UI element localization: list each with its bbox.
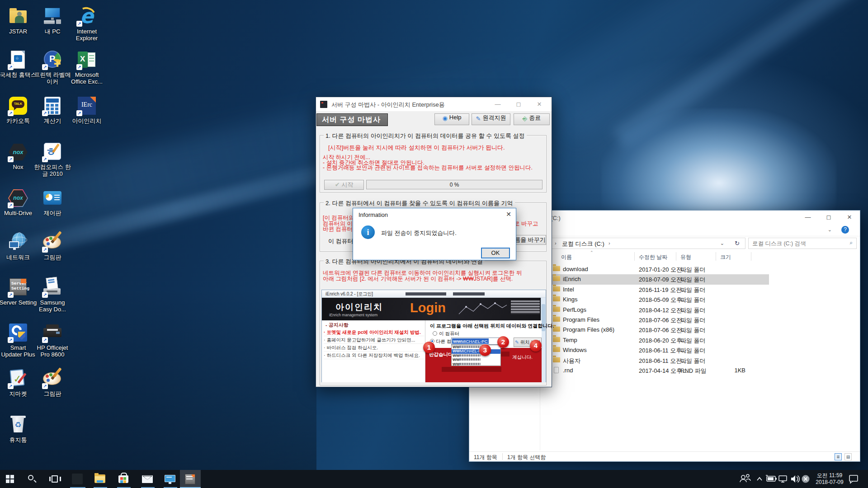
desktop-icon-calculator[interactable]: ↗ 계산기 <box>33 96 71 124</box>
desktop-icon-network[interactable]: 네트워크 <box>0 232 37 261</box>
close-icon[interactable]: ✕ <box>506 211 511 218</box>
status-bar: 11개 항목 1개 항목 선택함 ≣ ▤ <box>469 451 860 461</box>
desktop-icon-recycle-bin[interactable]: ♻ 휴지통 <box>0 415 37 443</box>
taskbar-app-blue[interactable] <box>160 470 180 488</box>
file-row[interactable]: Intel 2016-11-19 오전... 파일 폴더 <box>551 285 769 295</box>
desktop-icon-internet-explorer[interactable]: e↗ Internet Explorer <box>68 6 106 42</box>
ribbon-expand-icon[interactable]: ⌄ <box>828 227 832 233</box>
details-view-icon[interactable]: ≣ <box>835 453 842 460</box>
file-name: iEnrich <box>563 276 581 282</box>
desktop-icon-label: 지마켓 <box>0 390 37 397</box>
desktop-icon-label: Multi-Drive <box>0 210 37 216</box>
desktop-icon-control-panel[interactable]: 제어판 <box>33 188 71 216</box>
file-list: download 2017-01-20 오전... 파일 폴더 iEnrich … <box>551 264 769 375</box>
minimize-button[interactable]: — <box>797 211 818 224</box>
action-center-icon[interactable] <box>847 470 860 488</box>
desktop-icon-paint[interactable]: ↗ 그림판 <box>33 232 71 261</box>
progress-bar: 0 % <box>366 180 542 189</box>
desktop-icon-label: 카카오톡 <box>0 117 37 124</box>
search-icon[interactable]: ⌕ <box>849 239 853 246</box>
desktop-icon-hometax[interactable]: ↗ 국세청 홈택스 <box>0 50 37 78</box>
file-date: 2018-07-09 오전... <box>639 276 687 284</box>
file-row[interactable]: Temp 2018-06-20 오후... 파일 폴더 <box>551 335 769 345</box>
thumbnail-view-icon[interactable]: ▤ <box>844 453 852 460</box>
windows-logo-icon <box>6 475 14 483</box>
desktop-icon-multi-drive[interactable]: nox↗ Multi-Drive <box>0 188 37 216</box>
close-button[interactable]: ✕ <box>839 211 860 224</box>
desktop-icon-printec[interactable]: ↗ 프린텍 라벨메이커 <box>33 50 71 85</box>
desktop-icon-samsung-easy[interactable]: ↗ Samsung Easy Do... <box>33 277 71 313</box>
folder-icon <box>553 316 560 322</box>
step-balloon-1: 1 <box>423 342 435 353</box>
desktop-icon-label: 프린텍 라벨메이커 <box>33 71 71 85</box>
desktop-icon-excel[interactable]: ↗ Microsoft Office Exc... <box>68 50 106 85</box>
desktop-icon-smart-updater[interactable]: ↗ Smart Updater Plus <box>0 323 37 358</box>
wizard-titlebar: 서버 구성 마법사 - 아이인리치 Enterprise용 — ◻ ✕ <box>316 97 552 111</box>
taskbar-server-setting-active[interactable] <box>180 470 201 488</box>
tray-battery-icon[interactable] <box>765 470 778 488</box>
desktop-icon-label: 그림판 <box>33 390 71 397</box>
tray-ime-icon[interactable] <box>800 470 811 488</box>
column-header-date[interactable]: 수정한 날짜 <box>639 253 667 261</box>
desktop-icon-paint2[interactable]: ↗ 그림판 <box>33 369 71 397</box>
taskbar-app-dark[interactable] <box>67 470 87 488</box>
file-row[interactable]: iEnrich 2018-07-09 오전... 파일 폴더 <box>551 274 769 284</box>
close-button[interactable]: ✕ <box>529 97 550 111</box>
help-icon[interactable]: ? <box>841 226 849 234</box>
column-header-name[interactable]: 이름 <box>561 253 572 261</box>
breadcrumb[interactable]: 로컬 디스크 (C:) <box>562 240 604 248</box>
desktop-icon-gmarket[interactable]: ✓↗ 지마켓 <box>0 369 37 397</box>
desktop-icon-nox[interactable]: nox↗ Nox <box>0 142 37 170</box>
samsung-printer-icon: ↗ <box>42 277 62 297</box>
desktop-icon-ienrich[interactable]: IErc↗ 아이인리치 <box>68 96 106 124</box>
ok-button[interactable]: OK <box>481 248 510 258</box>
column-header-size[interactable]: 크기 <box>720 253 731 261</box>
tray-clock[interactable]: 오전 11:59 2018-07-09 <box>812 470 847 488</box>
tray-network-icon[interactable] <box>777 470 789 488</box>
minimize-button[interactable]: — <box>487 97 508 111</box>
remote-support-button[interactable]: ✎원격지원 <box>472 113 510 125</box>
tray-people-icon[interactable] <box>738 470 752 488</box>
desktop: JSTAR 내 PC e↗ Internet Explorer ↗ 국세청 홈택… <box>0 0 868 488</box>
maximize-button[interactable]: ◻ <box>508 97 529 111</box>
file-row[interactable]: .rnd 2017-04-14 오후... RND 파일 1KB <box>551 366 769 375</box>
tray-volume-icon[interactable] <box>789 470 801 488</box>
file-date: 2018-06-11 오전... <box>639 357 687 365</box>
tray-chevron-icon[interactable] <box>754 470 765 488</box>
exit-button[interactable]: ⎆종료 <box>514 113 550 125</box>
desktop-icon-label: 국세청 홈택스 <box>0 71 37 78</box>
address-dropdown-icon[interactable]: ⌄ <box>720 240 724 246</box>
start-button[interactable] <box>0 470 20 488</box>
maximize-button[interactable]: ◻ <box>818 211 839 224</box>
pen-icon: ✎ <box>476 115 481 122</box>
desktop-icon-server-setting[interactable]: ServerSetting↗ Server Setting <box>0 277 37 306</box>
taskbar-mail[interactable] <box>137 470 157 488</box>
desktop-icon-hancom[interactable]: ㅎ↗ 한컴오피스 한글 2010 <box>33 142 71 177</box>
file-row[interactable]: download 2017-01-20 오전... 파일 폴더 <box>551 264 769 274</box>
help-button[interactable]: ◉Help <box>434 113 469 125</box>
desktop-icon-jstar[interactable]: JSTAR <box>0 6 37 35</box>
file-row[interactable]: Windows 2018-06-11 오후... 파일 폴더 <box>551 345 769 355</box>
file-name: .rnd <box>563 367 573 374</box>
search-button[interactable] <box>22 470 42 488</box>
file-row[interactable]: PerfLogs 2018-04-12 오전... 파일 폴더 <box>551 305 769 315</box>
desktop-icon-kakaotalk[interactable]: TALK↗ 카카오톡 <box>0 96 37 124</box>
column-header-type[interactable]: 유형 <box>680 253 691 261</box>
file-row[interactable]: Program Files 2018-07-06 오전... 파일 폴더 <box>551 315 769 325</box>
task-view-button[interactable] <box>45 470 65 488</box>
file-row[interactable]: 사용자 2018-06-11 오전... 파일 폴더 <box>551 356 769 366</box>
gmarket-icon: ✓↗ <box>8 369 28 389</box>
folder-icon <box>553 347 560 352</box>
file-row[interactable]: Program Files (x86) 2018-07-06 오전... 파일 … <box>551 325 769 335</box>
file-row[interactable]: Kings 2018-05-09 오후... 파일 폴더 <box>551 295 769 305</box>
search-box[interactable]: 로컬 디스크 (C:) 검색 ⌕ <box>748 238 857 249</box>
connect-label: 이 프로그램을 아래 선택된 위치의 데이터와 연결합니다. <box>430 323 554 329</box>
desktop-icon-hp-officejet[interactable]: ↗ HP Officejet Pro 8600 <box>33 323 71 358</box>
refresh-icon[interactable]: ↻ <box>735 240 740 247</box>
file-type: 파일 폴더 <box>680 306 706 314</box>
desktop-icon-label: 그림판 <box>33 254 71 261</box>
taskbar-store[interactable] <box>113 470 133 488</box>
desktop-icon-my-pc[interactable]: 내 PC <box>33 6 71 35</box>
taskbar-file-explorer[interactable] <box>90 470 110 488</box>
start-button[interactable]: ✔ 시작 <box>324 180 364 190</box>
